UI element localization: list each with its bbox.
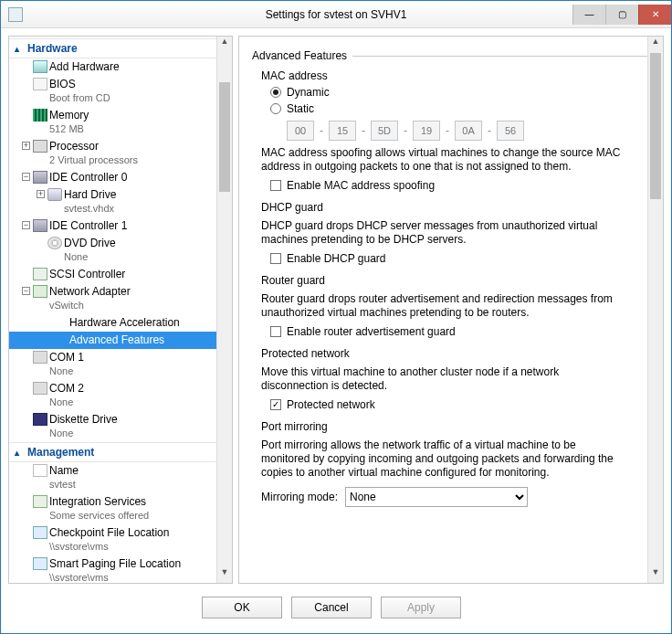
- name-icon: [33, 464, 47, 477]
- router-checkbox[interactable]: Enable router advertisement guard: [270, 325, 648, 338]
- mac-octet-2[interactable]: 5D: [371, 121, 398, 141]
- dhcp-title: DHCP guard: [261, 201, 648, 214]
- nav-checkpoint[interactable]: Checkpoint File Location\\svstore\vms: [9, 524, 232, 555]
- radio-icon: [270, 87, 281, 98]
- scroll-up-icon[interactable]: ▲: [217, 37, 232, 52]
- titlebar: Settings for svtest on SVHV1 — ▢ ✕: [1, 1, 671, 28]
- nav-smart-paging[interactable]: Smart Paging File Location\\svstore\vms: [9, 555, 232, 583]
- dialog-footer: OK Cancel Apply: [1, 591, 671, 633]
- scroll-thumb[interactable]: [219, 82, 230, 192]
- network-icon: [33, 285, 47, 298]
- nav-com1[interactable]: COM 1None: [9, 349, 232, 380]
- nav-dvd-drive[interactable]: DVD DriveNone: [9, 235, 232, 266]
- bios-icon: [33, 78, 47, 90]
- ok-button[interactable]: OK: [202, 597, 282, 618]
- section-hardware[interactable]: ▴Hardware: [9, 38, 232, 58]
- router-guard-group: Router guard Router guard drops router a…: [261, 274, 648, 338]
- mac-address-group: MAC address Dynamic Static 00- 15- 5D- 1…: [261, 69, 648, 192]
- mac-spoof-checkbox[interactable]: Enable MAC address spoofing: [270, 179, 648, 192]
- mac-octet-1[interactable]: 15: [329, 121, 356, 141]
- dhcp-desc: DHCP guard drops DHCP server messages fr…: [261, 219, 626, 247]
- nav-memory[interactable]: Memory512 MB: [9, 107, 232, 138]
- window-title: Settings for svtest on SVHV1: [1, 8, 671, 21]
- section-management[interactable]: ▴Management: [9, 442, 232, 462]
- apply-button[interactable]: Apply: [381, 597, 461, 618]
- protected-network-group: Protected network Move this virtual mach…: [261, 347, 648, 411]
- nav-processor[interactable]: +Processor2 Virtual processors: [9, 138, 232, 169]
- detail-panel: Advanced Features MAC address Dynamic St…: [238, 36, 664, 584]
- settings-window: Settings for svtest on SVHV1 — ▢ ✕ ▴Hard…: [0, 0, 672, 634]
- mirror-mode-label: Mirroring mode:: [261, 491, 338, 503]
- panel-title-row: Advanced Features: [252, 49, 654, 62]
- scroll-down-icon[interactable]: ▼: [648, 567, 663, 583]
- checkpoint-icon: [33, 526, 47, 539]
- nav-add-hardware[interactable]: Add Hardware: [9, 58, 232, 76]
- caret-up-icon: ▴: [15, 44, 19, 54]
- collapse-icon[interactable]: −: [22, 287, 30, 295]
- mirror-desc: Port mirroring allows the network traffi…: [261, 439, 626, 480]
- mirror-mode-select[interactable]: None: [345, 487, 528, 507]
- divider: [352, 56, 654, 57]
- nav-advanced-features[interactable]: Advanced Features: [9, 332, 232, 349]
- expand-icon[interactable]: +: [37, 190, 45, 198]
- smart-paging-icon: [33, 557, 47, 570]
- serial-port-icon: [33, 382, 47, 395]
- dhcp-guard-group: DHCP guard DHCP guard drops DHCP server …: [261, 201, 648, 265]
- collapse-icon[interactable]: −: [22, 221, 30, 229]
- protected-desc: Move this virtual machine to another clu…: [261, 365, 626, 393]
- nav-ide1[interactable]: −IDE Controller 1: [9, 217, 232, 235]
- mac-octet-3[interactable]: 19: [413, 121, 440, 141]
- mac-octet-4[interactable]: 0A: [455, 121, 482, 141]
- maximize-button[interactable]: ▢: [605, 5, 638, 25]
- router-desc: Router guard drops router advertisement …: [261, 292, 626, 320]
- nav-scsi[interactable]: SCSI Controller: [9, 266, 232, 283]
- hard-drive-icon: [47, 188, 62, 201]
- serial-port-icon: [33, 351, 47, 364]
- mac-static-radio[interactable]: Static: [270, 102, 648, 115]
- detail-scrollbar[interactable]: ▲ ▼: [647, 37, 663, 583]
- nav-hard-drive[interactable]: +Hard Drivesvtest.vhdx: [9, 186, 232, 217]
- protected-title: Protected network: [261, 347, 648, 360]
- nav-com2[interactable]: COM 2None: [9, 380, 232, 411]
- scroll-down-icon[interactable]: ▼: [217, 567, 232, 583]
- nav-ide0[interactable]: −IDE Controller 0: [9, 169, 232, 186]
- mac-title: MAC address: [261, 69, 648, 82]
- scroll-up-icon[interactable]: ▲: [648, 37, 663, 52]
- nav-integration[interactable]: Integration ServicesSome services offere…: [9, 493, 232, 524]
- close-button[interactable]: ✕: [638, 5, 671, 25]
- nav-bios[interactable]: BIOSBoot from CD: [9, 76, 232, 107]
- app-icon: [8, 7, 23, 22]
- mac-octet-5[interactable]: 56: [497, 121, 524, 141]
- minimize-button[interactable]: —: [572, 5, 605, 25]
- ide-icon: [33, 219, 47, 232]
- nav-diskette[interactable]: Diskette DriveNone: [9, 411, 232, 442]
- cancel-button[interactable]: Cancel: [291, 597, 372, 618]
- scsi-icon: [33, 268, 47, 280]
- mac-octet-0[interactable]: 00: [287, 121, 314, 141]
- checkbox-icon: [270, 253, 281, 264]
- caret-up-icon: ▴: [15, 448, 19, 458]
- protected-checkbox[interactable]: Protected network: [270, 398, 648, 411]
- collapse-icon[interactable]: −: [22, 173, 30, 181]
- nav-scrollbar[interactable]: ▲ ▼: [216, 37, 232, 583]
- processor-icon: [33, 140, 47, 153]
- nav-tree-panel: ▴Hardware Add Hardware BIOSBoot from CD …: [8, 36, 233, 584]
- nav-name[interactable]: Namesvtest: [9, 462, 232, 493]
- expand-icon[interactable]: +: [22, 142, 30, 150]
- nav-network-adapter[interactable]: −Network AdaptervSwitch: [9, 283, 232, 314]
- port-mirroring-group: Port mirroring Port mirroring allows the…: [261, 420, 648, 507]
- nav-hw-accel[interactable]: Hardware Acceleration: [9, 314, 232, 332]
- diskette-icon: [33, 413, 47, 426]
- content-area: ▴Hardware Add Hardware BIOSBoot from CD …: [1, 28, 671, 591]
- panel-title: Advanced Features: [252, 49, 347, 62]
- dvd-icon: [47, 237, 62, 249]
- dhcp-checkbox[interactable]: Enable DHCP guard: [270, 252, 648, 265]
- scroll-thumb[interactable]: [650, 53, 661, 199]
- hardware-icon: [33, 60, 47, 73]
- memory-icon: [33, 109, 47, 122]
- integration-icon: [33, 495, 47, 508]
- mirror-title: Port mirroring: [261, 420, 648, 433]
- checkbox-icon: [270, 326, 281, 337]
- mac-dynamic-radio[interactable]: Dynamic: [270, 86, 648, 99]
- checkbox-icon: [270, 399, 281, 410]
